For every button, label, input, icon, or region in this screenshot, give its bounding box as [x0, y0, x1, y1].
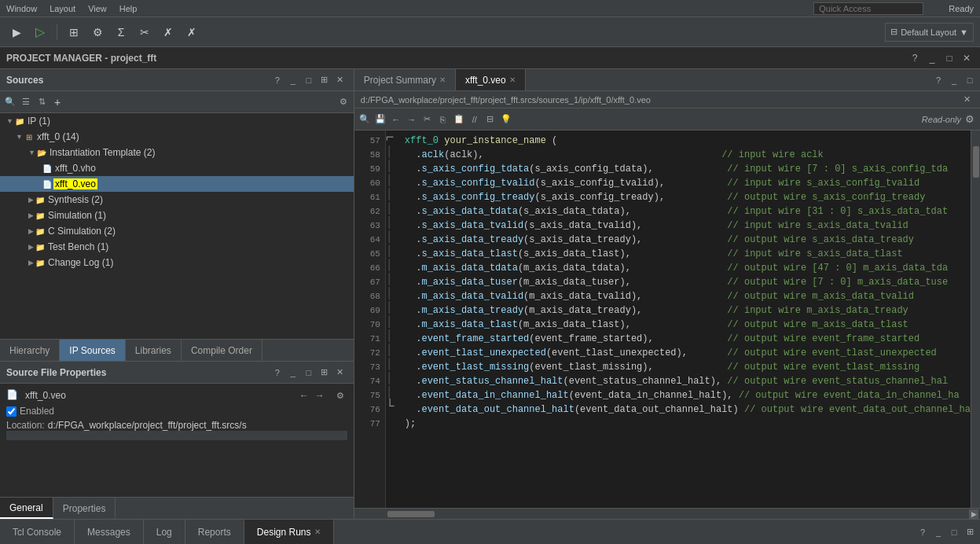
- editor-redo-btn[interactable]: →: [405, 112, 419, 127]
- sources-gear-btn[interactable]: ⚙: [336, 95, 351, 109]
- next-file-btn[interactable]: →: [313, 388, 327, 402]
- props-maximize-btn[interactable]: ⊞: [317, 366, 332, 380]
- tab-hierarchy[interactable]: Hierarchy: [0, 340, 60, 361]
- props-scrollbar[interactable]: [6, 431, 347, 440]
- editor-copy-btn[interactable]: ⎘: [436, 112, 450, 127]
- cancel-button[interactable]: ✗: [158, 22, 178, 42]
- sources-add-btn[interactable]: +: [50, 95, 64, 109]
- csim-label: C Simulation (2): [48, 226, 116, 237]
- editor-maximize-btn[interactable]: □: [963, 73, 977, 87]
- code-line-58: .aclk(aclk), // input wire aclk: [405, 148, 971, 162]
- code-area[interactable]: 5758596061626364656667686970717273747576…: [354, 130, 980, 508]
- bottom-tab-reports[interactable]: Reports: [185, 520, 244, 544]
- props-tab-general[interactable]: General: [0, 498, 53, 519]
- tab-libraries[interactable]: Libraries: [126, 340, 182, 361]
- menu-window[interactable]: Window: [6, 4, 37, 13]
- enabled-checkbox[interactable]: [6, 406, 17, 417]
- cut-button[interactable]: ✂: [134, 22, 155, 42]
- editor-paste-btn[interactable]: 📋: [452, 112, 466, 127]
- bottom-tab-messages[interactable]: Messages: [75, 520, 144, 544]
- tree-xfft-root[interactable]: ▼ ⊞ xfft_0 (14): [0, 129, 354, 145]
- tree-synthesis[interactable]: ▶ 📁 Synthesis (2): [0, 192, 354, 208]
- sources-sort-btn[interactable]: ⇅: [35, 95, 49, 109]
- sources-maximize-btn[interactable]: ⊞: [317, 73, 332, 87]
- quick-access-input[interactable]: [813, 2, 923, 15]
- tab-compile-order[interactable]: Compile Order: [182, 340, 262, 361]
- props-close-btn[interactable]: ✕: [333, 366, 347, 380]
- close-title-btn[interactable]: ✕: [960, 51, 974, 65]
- close-path-btn[interactable]: ✕: [960, 93, 974, 107]
- line-number-66: 66: [354, 261, 380, 275]
- source-button[interactable]: ⊞: [64, 22, 84, 42]
- sources-help-btn[interactable]: ?: [270, 73, 284, 87]
- sigma-button[interactable]: Σ: [111, 22, 131, 42]
- bottom-tab-tcl[interactable]: Tcl Console: [0, 520, 75, 544]
- prev-file-btn[interactable]: ←: [297, 388, 311, 402]
- editor-save-btn[interactable]: 💾: [373, 112, 387, 127]
- sources-restore-btn[interactable]: □: [302, 73, 316, 87]
- sources-search-btn[interactable]: 🔍: [3, 95, 17, 109]
- editor-minimize-btn[interactable]: _: [947, 73, 961, 87]
- sources-close-btn[interactable]: ✕: [333, 73, 347, 87]
- menu-help[interactable]: Help: [119, 4, 138, 13]
- play-button[interactable]: ▷: [30, 22, 50, 42]
- tab-project-summary-close[interactable]: ✕: [439, 75, 446, 84]
- props-help-btn[interactable]: ?: [270, 366, 284, 380]
- line-number-61: 61: [354, 190, 380, 204]
- sources-tree[interactable]: ▼ 📁 IP (1) ▼ ⊞ xfft_0 (14) ▼ 📂 Instantia…: [0, 113, 354, 339]
- nav-arrows: ← →: [297, 388, 327, 402]
- bottom-tab-design-runs[interactable]: Design Runs ✕: [244, 520, 334, 544]
- editor-help-btn[interactable]: ?: [931, 73, 945, 87]
- props-tab-properties[interactable]: Properties: [53, 498, 116, 519]
- editor-settings-btn[interactable]: ⚙: [963, 112, 977, 127]
- maximize-title-btn[interactable]: □: [942, 51, 956, 65]
- tree-csimulation[interactable]: ▶ 📁 C Simulation (2): [0, 223, 354, 239]
- menu-view[interactable]: View: [88, 4, 107, 13]
- tab-veo-close[interactable]: ✕: [509, 75, 516, 84]
- menu-layout[interactable]: Layout: [50, 4, 75, 13]
- bottom-restore-btn[interactable]: □: [947, 525, 961, 539]
- tree-testbench[interactable]: ▶ 📁 Test Bench (1): [0, 239, 354, 255]
- code-content[interactable]: xfft_0 your_instance_name ( .aclk(aclk),…: [398, 130, 971, 508]
- sources-list-btn[interactable]: ☰: [19, 95, 33, 109]
- tree-veo-file[interactable]: 📄 xfft_0.veo: [0, 176, 354, 192]
- layout-selector[interactable]: ⊟ Default Layout ▼: [885, 23, 974, 42]
- tree-inst-template[interactable]: ▼ 📂 Instantiation Template (2): [0, 145, 354, 160]
- editor-search-btn[interactable]: 🔍: [358, 112, 372, 127]
- layout-icon: ⊟: [890, 27, 897, 37]
- tree-ip-root[interactable]: ▼ 📁 IP (1): [0, 113, 354, 129]
- title-actions: ? _ □ ✕: [908, 51, 974, 65]
- editor-undo-btn[interactable]: ←: [389, 112, 403, 127]
- props-gear-btn[interactable]: ⚙: [333, 388, 347, 402]
- bottom-maximize-btn[interactable]: ⊞: [963, 525, 977, 539]
- h-scrollbar[interactable]: ▶: [354, 508, 980, 519]
- line-number-64: 64: [354, 233, 380, 247]
- tree-changelog[interactable]: ▶ 📁 Change Log (1): [0, 255, 354, 270]
- help-title-btn[interactable]: ?: [908, 51, 922, 65]
- editor-comment-btn[interactable]: //: [468, 112, 482, 127]
- tab-veo-file[interactable]: xfft_0.veo ✕: [456, 69, 526, 90]
- tab-project-summary[interactable]: Project Summary ✕: [354, 69, 456, 90]
- vertical-scrollbar[interactable]: [971, 130, 980, 508]
- tree-simulation[interactable]: ▶ 📁 Simulation (1): [0, 208, 354, 223]
- bottom-minimize-btn[interactable]: _: [931, 525, 945, 539]
- tab-ip-sources[interactable]: IP Sources: [60, 340, 125, 361]
- editor-indent-btn[interactable]: ⊟: [483, 112, 497, 127]
- stop-button[interactable]: ✗: [182, 22, 202, 42]
- sources-minimize-btn[interactable]: _: [286, 73, 300, 87]
- settings-button[interactable]: ⚙: [87, 22, 108, 42]
- minimize-title-btn[interactable]: _: [925, 51, 939, 65]
- bottom-help-btn[interactable]: ?: [916, 525, 930, 539]
- gutter-68: │: [386, 286, 398, 300]
- run-button[interactable]: ▶: [6, 22, 27, 42]
- props-minimize-btn[interactable]: _: [286, 366, 300, 380]
- location-row: Location: d:/FPGA_workplace/project_fft/…: [6, 420, 347, 431]
- editor-bulb-btn[interactable]: 💡: [499, 112, 513, 127]
- design-runs-close[interactable]: ✕: [314, 527, 321, 536]
- bottom-tab-log[interactable]: Log: [144, 520, 185, 544]
- tree-vho-file[interactable]: 📄 xfft_0.vho: [0, 160, 354, 176]
- editor-cut-btn[interactable]: ✂: [420, 112, 435, 127]
- readonly-label: Read-only: [922, 115, 961, 124]
- editor-path-bar: d:/FPGA_workplace/project_fft/project_ff…: [354, 91, 980, 108]
- props-restore-btn[interactable]: □: [302, 366, 316, 380]
